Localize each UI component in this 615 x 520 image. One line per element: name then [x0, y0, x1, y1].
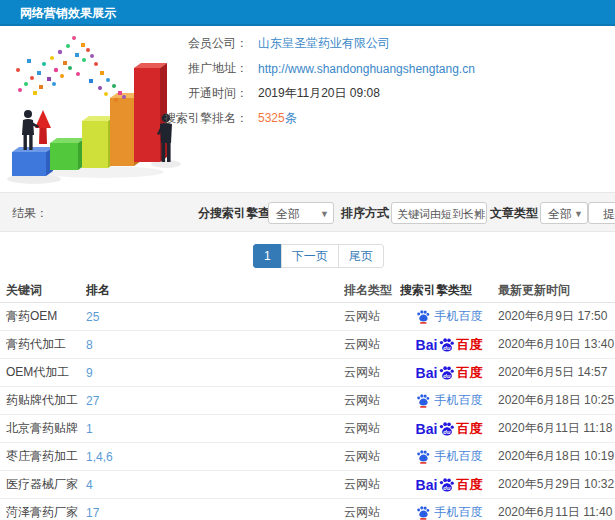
- keyword-ranking-table: 关键词 排名 排名类型 搜索引擎类型 最新更新时间 膏药OEM25云网站手机百度…: [0, 278, 615, 520]
- baidu-logo: Baidu百度: [416, 364, 483, 382]
- table-row: OEM代加工9云网站Baidu百度2020年6月5日 14:57: [0, 359, 615, 387]
- svg-text:du: du: [444, 429, 452, 435]
- mobile-baidu-paw-icon: [416, 505, 430, 520]
- sort-filter-label: 排序方式: [341, 202, 389, 224]
- mobile-baidu-paw-icon: [416, 309, 430, 324]
- mobile-baidu-logo: 手机百度: [416, 308, 483, 325]
- keyword-cell: 医疗器械厂家: [0, 476, 86, 493]
- mobile-baidu-label: 手机百度: [435, 504, 483, 520]
- baidu-logo-cn: 百度: [456, 336, 482, 354]
- rank-link[interactable]: 27: [86, 394, 344, 408]
- rank-type-cell: 云网站: [344, 448, 400, 465]
- rank-type-cell: 云网站: [344, 336, 400, 353]
- info-row-ranking-count: 搜索引擎排名： 5325条: [158, 106, 615, 131]
- table-row: 药贴牌代加工27云网站手机百度2020年6月18日 10:25: [0, 387, 615, 415]
- svg-text:du: du: [444, 345, 452, 351]
- engine-filter-select[interactable]: 全部▼: [268, 202, 334, 224]
- baidu-logo: Baidu百度: [416, 336, 483, 354]
- rank-link[interactable]: 17: [86, 506, 344, 520]
- keyword-cell: 菏泽膏药厂家: [0, 504, 86, 520]
- baidu-logo-cn: 百度: [456, 364, 482, 382]
- open-time-value: 2019年11月20日 09:08: [258, 85, 380, 102]
- rank-type-cell: 云网站: [344, 476, 400, 493]
- confetti-dots: [16, 36, 126, 102]
- info-row-company: 会员公司： 山东皇圣堂药业有限公司: [158, 31, 615, 56]
- table-row: 菏泽膏药厂家17云网站手机百度2020年6月11日 11:40: [0, 499, 615, 520]
- updated-cell: 2020年6月18日 10:25: [498, 392, 615, 409]
- chevron-down-icon: ▼: [473, 203, 482, 224]
- mobile-baidu-label: 手机百度: [435, 448, 483, 465]
- rank-type-cell: 云网站: [344, 392, 400, 409]
- updated-cell: 2020年6月18日 10:19: [498, 448, 615, 465]
- header-engine-type: 搜索引擎类型: [400, 282, 498, 299]
- baidu-paw-icon: du: [438, 365, 455, 380]
- company-info-panel: 会员公司： 山东皇圣堂药业有限公司 推广地址： http://www.shand…: [158, 31, 615, 131]
- baidu-logo-bai: Bai: [416, 477, 438, 493]
- rank-link[interactable]: 8: [86, 338, 344, 352]
- keyword-cell: 北京膏药贴牌: [0, 420, 86, 437]
- mobile-baidu-logo: 手机百度: [416, 392, 483, 409]
- table-row: 膏药代加工8云网站Baidu百度2020年6月10日 13:40: [0, 331, 615, 359]
- header-updated-time: 最新更新时间: [498, 282, 615, 299]
- engine-type-cell: 手机百度: [400, 308, 498, 325]
- rank-link[interactable]: 1: [86, 422, 344, 436]
- rank-link[interactable]: 4: [86, 478, 344, 492]
- rank-link[interactable]: 9: [86, 366, 344, 380]
- keyword-cell: 药贴牌代加工: [0, 392, 86, 409]
- article-type-value: 全部: [548, 207, 572, 221]
- table-header-row: 关键词 排名 排名类型 搜索引擎类型 最新更新时间: [0, 278, 615, 303]
- chevron-down-icon: ▼: [574, 203, 583, 224]
- keyword-cell: OEM代加工: [0, 364, 86, 381]
- table-row: 医疗器械厂家4云网站Baidu百度2020年5月29日 10:32: [0, 471, 615, 499]
- page-1-button[interactable]: 1: [253, 244, 282, 268]
- rank-link[interactable]: 25: [86, 310, 344, 324]
- company-label: 会员公司：: [158, 35, 248, 52]
- open-time-label: 开通时间：: [158, 85, 248, 102]
- engine-type-cell: Baidu百度: [400, 476, 498, 494]
- baidu-paw-icon: du: [438, 337, 455, 352]
- mobile-baidu-label: 手机百度: [435, 308, 483, 325]
- baidu-logo-bai: Bai: [416, 337, 438, 353]
- rank-type-cell: 云网站: [344, 420, 400, 437]
- mobile-baidu-label: 手机百度: [435, 392, 483, 409]
- updated-cell: 2020年6月11日 11:40: [498, 504, 615, 520]
- last-page-button[interactable]: 尾页: [338, 244, 384, 268]
- promo-url-link[interactable]: http://www.shandonghuangshengtang.cn: [258, 62, 475, 76]
- article-type-select[interactable]: 全部▼: [540, 202, 588, 224]
- updated-cell: 2020年6月5日 14:57: [498, 364, 615, 381]
- keyword-cell: 膏药代加工: [0, 336, 86, 353]
- engine-filter-value: 全部: [276, 207, 300, 221]
- header-rank-type: 排名类型: [344, 282, 400, 299]
- submit-button[interactable]: 提交: [588, 202, 615, 224]
- page-title: 网络营销效果展示: [0, 0, 615, 26]
- company-link[interactable]: 山东皇圣堂药业有限公司: [258, 35, 390, 52]
- baidu-logo: Baidu百度: [416, 476, 483, 494]
- baidu-logo-bai: Bai: [416, 421, 438, 437]
- bar-chart-illustration: [4, 30, 184, 188]
- engine-type-cell: 手机百度: [400, 392, 498, 409]
- next-page-button[interactable]: 下一页: [281, 244, 339, 268]
- updated-cell: 2020年6月10日 13:40: [498, 336, 615, 353]
- result-label: 结果：: [12, 202, 48, 224]
- keyword-cell: 枣庄膏药加工: [0, 448, 86, 465]
- info-row-url: 推广地址： http://www.shandonghuangshengtang.…: [158, 56, 615, 81]
- ranking-count-label: 搜索引擎排名：: [158, 110, 248, 127]
- baidu-logo-cn: 百度: [456, 476, 482, 494]
- updated-cell: 2020年6月9日 17:50: [498, 308, 615, 325]
- baidu-logo-bai: Bai: [416, 365, 438, 381]
- ranking-count-value[interactable]: 5325条: [258, 110, 297, 127]
- header-rank: 排名: [86, 282, 344, 299]
- pagination: 1 下一页 尾页: [253, 244, 384, 268]
- mobile-baidu-paw-icon: [416, 393, 430, 408]
- svg-text:du: du: [444, 373, 452, 379]
- rank-link[interactable]: 1,4,6: [86, 450, 344, 464]
- businessman-left: [22, 110, 39, 150]
- ranking-count-unit: 条: [285, 111, 297, 125]
- svg-text:du: du: [444, 485, 452, 491]
- rank-type-cell: 云网站: [344, 364, 400, 381]
- mobile-baidu-logo: 手机百度: [416, 504, 483, 520]
- rank-type-cell: 云网站: [344, 308, 400, 325]
- ranking-count-number: 5325: [258, 111, 285, 125]
- engine-type-cell: 手机百度: [400, 504, 498, 520]
- sort-filter-select[interactable]: 关键词由短到长排序▼: [391, 202, 487, 224]
